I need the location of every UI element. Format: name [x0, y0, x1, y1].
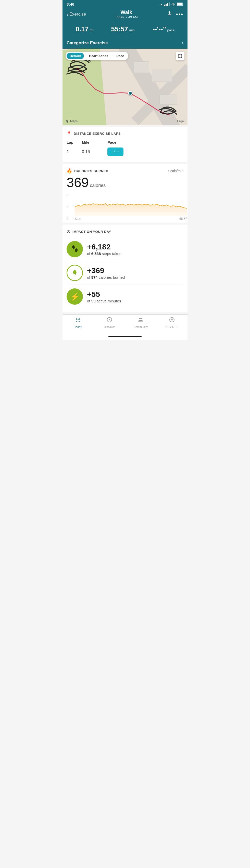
- steps-value: +6,182: [87, 243, 184, 251]
- pace-badge: --'--": [107, 148, 123, 156]
- apple-maps-text: Maps: [70, 120, 78, 123]
- discover-nav-label: Discover: [104, 326, 115, 329]
- back-label: Exercise: [70, 12, 86, 17]
- steps-icon: [66, 241, 83, 257]
- impact-active-minutes: ⚡ +55 of 55 active minutes: [66, 285, 184, 308]
- bottom-nav: Today Discover Community: [62, 314, 188, 335]
- map-tabs: Default Heart Zones Pace: [65, 52, 128, 60]
- map-container[interactable]: Default Heart Zones Pace Maps Legal: [62, 49, 188, 125]
- duration-unit: min: [129, 28, 134, 32]
- calories-title-group: 🔥 CALORIES BURNED: [66, 168, 108, 174]
- home-indicator: [62, 335, 188, 340]
- calories-header: 🔥 CALORIES BURNED 7 cals/min: [66, 168, 184, 174]
- more-button[interactable]: •••: [176, 11, 184, 18]
- categorize-chevron: ›: [182, 40, 184, 45]
- svg-point-4: [72, 245, 75, 249]
- svg-point-19: [141, 318, 142, 319]
- nav-community[interactable]: Community: [125, 317, 157, 329]
- nav-discover[interactable]: Discover: [94, 317, 125, 329]
- community-nav-icon: [138, 317, 144, 324]
- discover-nav-icon: [106, 317, 112, 324]
- duration-stat: 55:57 min: [111, 25, 135, 33]
- header-actions: •••: [167, 11, 184, 18]
- nav-covid[interactable]: COVID-19: [157, 317, 188, 329]
- active-minutes-text: +55 of 55 active minutes: [87, 290, 184, 303]
- home-bar: [108, 336, 142, 337]
- svg-marker-17: [108, 319, 109, 321]
- map-route: [62, 49, 188, 125]
- back-arrow-icon: ‹: [66, 11, 68, 17]
- active-minutes-sub: of 55 active minutes: [87, 299, 184, 303]
- covid-nav-label: COVID-19: [165, 326, 178, 329]
- nav-today[interactable]: Today: [62, 317, 94, 329]
- lap-pace: --'--": [107, 148, 184, 156]
- svg-rect-1: [177, 3, 182, 5]
- calories-impact-text: +369 of 874 calories burned: [87, 266, 184, 279]
- col-pace-header: Pace: [107, 140, 184, 145]
- status-time: 8:46: [66, 2, 74, 6]
- calories-impact-sub: of 874 calories burned: [87, 275, 184, 279]
- nav-header: ‹ Exercise Walk Today, 7:49 AM •••: [62, 7, 188, 23]
- calories-value: 369: [66, 175, 89, 190]
- laps-table: Lap Mile Pace 1 0.16 --'--": [66, 139, 184, 158]
- svg-point-12: [78, 321, 79, 322]
- location-icon: ▲: [160, 3, 163, 6]
- chart-y-labels: 8 4 0: [66, 193, 68, 221]
- steps-text: +6,182 of 6,538 steps taken: [87, 243, 184, 256]
- lap-mile: 0.16: [82, 150, 107, 154]
- x-label-start: Start: [75, 217, 81, 221]
- categorize-label: Categorize Exercise: [66, 40, 108, 45]
- map-tab-heart-zones[interactable]: Heart Zones: [86, 53, 111, 59]
- calories-section: 🔥 CALORIES BURNED 7 cals/min 369 calorie…: [62, 164, 188, 223]
- steps-sub: of 6,538 steps taken: [87, 251, 184, 256]
- lap-number: 1: [66, 150, 82, 154]
- distance-value: 0.17: [76, 25, 88, 33]
- community-nav-label: Community: [133, 326, 148, 329]
- status-bar: 8:46 ▲: [62, 0, 188, 7]
- activity-title: Walk: [115, 9, 138, 15]
- laps-title: DISTANCE EXERCISE LAPS: [74, 132, 121, 135]
- svg-point-7: [76, 318, 77, 319]
- svg-point-11: [78, 318, 79, 319]
- share-button[interactable]: [167, 11, 172, 18]
- calories-unit: calories: [90, 183, 106, 188]
- activity-subtitle: Today, 7:49 AM: [115, 15, 138, 19]
- impact-calories: +369 of 874 calories burned: [66, 261, 184, 285]
- chart-x-labels: Start 55:57: [75, 217, 187, 221]
- x-label-end: 55:57: [179, 217, 187, 221]
- svg-rect-2: [183, 4, 184, 5]
- svg-point-14: [79, 319, 80, 320]
- svg-point-9: [76, 321, 77, 322]
- pace-stat: --'--" pace: [152, 25, 174, 33]
- calories-chart-svg: [75, 193, 187, 216]
- impact-steps: +6,182 of 6,538 steps taken: [66, 238, 184, 261]
- calories-title: CALORIES BURNED: [74, 169, 108, 173]
- map-tab-pace[interactable]: Pace: [113, 53, 127, 59]
- svg-point-5: [75, 248, 78, 252]
- map-tab-default[interactable]: Default: [66, 53, 84, 59]
- active-minutes-icon: ⚡: [66, 288, 83, 305]
- pace-value: --'--": [152, 25, 166, 33]
- wifi-icon: [171, 3, 175, 6]
- svg-marker-16: [109, 319, 110, 321]
- calories-impact-icon: [66, 265, 83, 281]
- y-label-8: 8: [66, 193, 68, 197]
- impact-header: ⊙ IMPACT ON YOUR DAY: [66, 229, 184, 235]
- calories-impact-value: +369: [87, 266, 184, 275]
- impact-title: IMPACT ON YOUR DAY: [73, 230, 111, 234]
- svg-point-10: [79, 321, 80, 322]
- svg-point-6: [78, 319, 79, 320]
- map-expand-button[interactable]: [176, 52, 185, 60]
- stats-row: 0.17 mi 55:57 min --'--" pace: [62, 23, 188, 37]
- laps-section: 📍 DISTANCE EXERCISE LAPS Lap Mile Pace 1…: [62, 127, 188, 162]
- duration-value: 55:57: [111, 25, 128, 33]
- distance-stat: 0.17 mi: [76, 25, 93, 33]
- status-icons: ▲: [160, 2, 184, 6]
- apple-maps-label: Maps: [65, 120, 78, 123]
- today-nav-label: Today: [75, 326, 82, 329]
- laps-header: 📍 DISTANCE EXERCISE LAPS: [66, 131, 184, 136]
- categorize-exercise-button[interactable]: Categorize Exercise ›: [62, 37, 188, 49]
- col-lap-header: Lap: [66, 140, 82, 145]
- svg-point-18: [139, 318, 141, 319]
- back-button[interactable]: ‹ Exercise: [66, 11, 86, 17]
